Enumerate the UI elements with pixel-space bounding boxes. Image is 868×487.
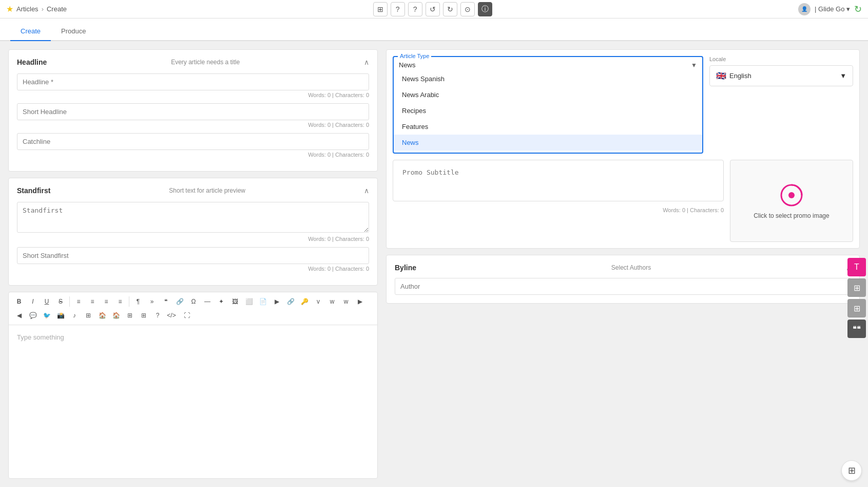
tab-create[interactable]: Create	[10, 22, 51, 41]
grid-btn[interactable]: ⊞	[82, 309, 94, 322]
align-btn[interactable]: ≡	[72, 295, 85, 308]
option-recipes[interactable]: Recipes	[394, 103, 702, 119]
promo-area: Words: 0 | Characters: 0 Click to select…	[387, 154, 859, 248]
grid3-btn[interactable]: ⊞	[138, 309, 150, 322]
catchline-meta: Words: 0 | Characters: 0	[17, 152, 369, 158]
media-btn[interactable]: ⬜	[243, 295, 255, 308]
option-news-spanish[interactable]: News Spanish	[394, 71, 702, 87]
breadcrumb: ★ Articles › Create	[6, 4, 67, 14]
grid2-btn[interactable]: ⊞	[124, 309, 136, 322]
preview-btn[interactable]: ⊙	[460, 2, 475, 16]
w1-btn[interactable]: w	[326, 295, 338, 308]
paragraph-btn[interactable]: ¶	[132, 295, 144, 308]
ol-btn[interactable]: ≡	[86, 295, 99, 308]
quote-action-btn[interactable]: ❝❝	[847, 320, 866, 338]
headline-card-header: Headline Every article needs a title ∧	[17, 58, 369, 66]
option-news-arabic[interactable]: News Arabic	[394, 87, 702, 103]
ul-btn[interactable]: ≡	[100, 295, 112, 308]
standfirst-card: Standfirst Short text for article previe…	[8, 178, 378, 286]
svg-point-1	[788, 192, 795, 198]
short-headline-input[interactable]	[17, 103, 369, 120]
play-btn[interactable]: ▶	[354, 295, 366, 308]
italic-btn[interactable]: I	[27, 295, 39, 308]
tiktok-btn[interactable]: ♪	[68, 309, 81, 322]
chat-btn[interactable]: 💬	[27, 309, 39, 322]
standfirst-subtitle: Short text for article preview	[169, 187, 245, 194]
article-type-selected: News	[399, 61, 416, 69]
text-action-btn[interactable]: T	[847, 258, 866, 276]
byline-card: Byline Select Authors ∧	[386, 255, 860, 304]
promo-subtitle-section: Words: 0 | Characters: 0	[393, 160, 724, 242]
code-btn[interactable]: </>	[165, 309, 178, 322]
dropdown-arrow: ▼	[691, 62, 697, 69]
w2-btn[interactable]: w	[340, 295, 352, 308]
back-btn[interactable]: ◀	[13, 309, 25, 322]
left-column: Headline Every article needs a title ∧ W…	[8, 49, 378, 479]
bottom-action-btn[interactable]: ⊞	[841, 460, 862, 481]
image-btn[interactable]: 🖼	[229, 295, 241, 308]
more-btn[interactable]: »	[146, 295, 158, 308]
house2-btn[interactable]: 🏠	[110, 309, 122, 322]
promo-image-text: Click to select promo image	[754, 212, 829, 219]
help-btn-2[interactable]: ?	[408, 2, 422, 16]
standfirst-field: Words: 0 | Characters: 0	[17, 202, 369, 242]
promo-subtitle-box	[393, 160, 724, 201]
promo-image-upload[interactable]: Click to select promo image	[730, 160, 853, 242]
bold-btn[interactable]: B	[13, 295, 25, 308]
option-news[interactable]: News	[394, 135, 702, 151]
breadcrumb-articles[interactable]: Articles	[16, 5, 38, 13]
quote-btn[interactable]: ❝	[160, 295, 172, 308]
option-features[interactable]: Features	[394, 119, 702, 135]
help-btn-1[interactable]: ?	[391, 2, 405, 16]
toolbar-sep-1	[69, 296, 70, 307]
indent-btn[interactable]: ≡	[114, 295, 126, 308]
v-btn[interactable]: v	[312, 295, 324, 308]
standfirst-input[interactable]	[17, 202, 369, 233]
headline-field: Words: 0 | Characters: 0	[17, 73, 369, 98]
headline-collapse-btn[interactable]: ∧	[364, 58, 369, 66]
article-type-dropdown[interactable]: Article Type News ▼ News Spanish News Ar…	[393, 56, 703, 154]
refresh-icon[interactable]: ↻	[854, 4, 862, 15]
toolbar-sep-2	[129, 296, 129, 307]
editor-body[interactable]: Type something	[9, 325, 377, 387]
author-input[interactable]	[395, 278, 851, 295]
house1-btn[interactable]: 🏠	[96, 309, 108, 322]
promo-subtitle-input[interactable]	[397, 164, 719, 195]
locale-dropdown-arrow: ▼	[840, 72, 846, 80]
undo-btn[interactable]: ↺	[426, 2, 440, 16]
key-btn[interactable]: 🔑	[298, 295, 311, 308]
grid-toolbar-btn[interactable]: ⊞	[373, 2, 388, 16]
underline-btn[interactable]: U	[41, 295, 53, 308]
insta-btn[interactable]: 📸	[54, 309, 67, 322]
tab-produce[interactable]: Produce	[51, 22, 96, 41]
article-type-section: Article Type News ▼ News Spanish News Ar…	[393, 56, 703, 154]
video-btn[interactable]: ▶	[271, 295, 283, 308]
editor-card: B I U S ≡ ≡ ≡ ≡ ¶ » ❝ 🔗 Ω — ✦ 🖼 ⬜ 📄	[8, 292, 378, 479]
hr-btn[interactable]: —	[201, 295, 214, 308]
info-btn[interactable]: ⓘ	[478, 2, 492, 16]
link2-btn[interactable]: 🔗	[284, 295, 297, 308]
eraser-btn[interactable]: ✦	[215, 295, 227, 308]
help-editor-btn[interactable]: ?	[151, 309, 164, 322]
locale-selector[interactable]: 🇬🇧 English ▼	[709, 65, 853, 86]
link-btn[interactable]: 🔗	[173, 295, 186, 308]
strikethrough-btn[interactable]: S	[54, 295, 67, 308]
tab-bar: Create Produce	[0, 18, 868, 41]
headline-input[interactable]	[17, 73, 369, 90]
locale-label: Locale	[709, 56, 853, 62]
catchline-input[interactable]	[17, 133, 369, 150]
standfirst-collapse-btn[interactable]: ∧	[364, 186, 369, 195]
breadcrumb-separator: ›	[42, 5, 44, 13]
right-column: Article Type News ▼ News Spanish News Ar…	[386, 49, 860, 479]
grid-action-btn[interactable]: ⊞	[847, 278, 866, 297]
twitter-btn[interactable]: 🐦	[41, 309, 53, 322]
main-content: Headline Every article needs a title ∧ W…	[0, 41, 868, 487]
omega-btn[interactable]: Ω	[187, 295, 200, 308]
fullscreen-btn[interactable]: ⛶	[181, 309, 193, 322]
grid-action-btn-2[interactable]: ⊞	[847, 299, 866, 317]
locale-value: 🇬🇧 English	[716, 71, 751, 81]
redo-btn[interactable]: ↻	[443, 2, 457, 16]
short-standfirst-input[interactable]	[17, 247, 369, 264]
doc-btn[interactable]: 📄	[257, 295, 269, 308]
short-standfirst-field: Words: 0 | Characters: 0	[17, 247, 369, 272]
